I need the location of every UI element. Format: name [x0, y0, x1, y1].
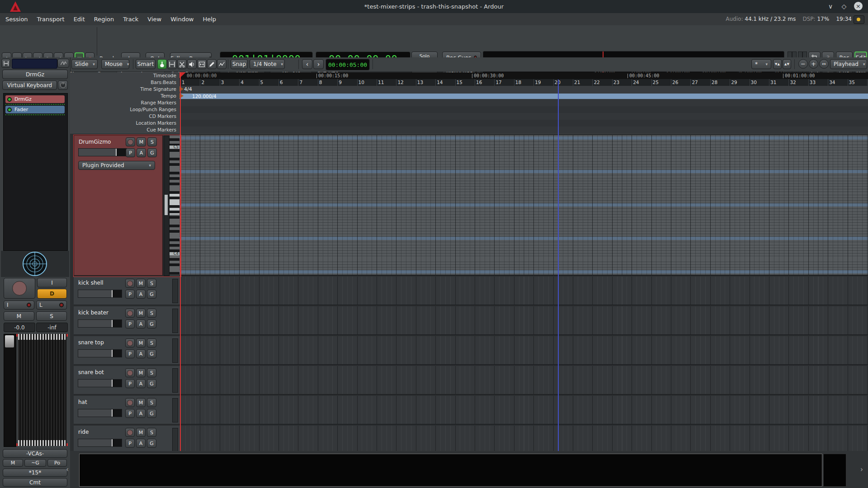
ruler-cd-markers-canvas[interactable] [179, 113, 868, 120]
playlist-button[interactable]: P [125, 439, 135, 448]
mute-button[interactable]: M [136, 398, 146, 407]
track-name[interactable]: snare bot [78, 369, 104, 375]
solo-button[interactable]: S [147, 338, 156, 347]
automation-button[interactable]: A [136, 319, 146, 328]
track-header-drumgizmo[interactable]: DrumGizmo M S P A G Plugin Provided ▾ [74, 135, 163, 276]
mute-button[interactable]: M [136, 309, 146, 318]
ruler-loop-punch-canvas[interactable] [179, 106, 868, 113]
input-button[interactable]: I [4, 300, 34, 310]
ruler-label-tempo[interactable]: Tempo [70, 93, 179, 99]
track-name[interactable]: DrumGizmo [79, 139, 111, 145]
window-close-icon[interactable]: × [854, 2, 863, 10]
gain-display[interactable]: -0.0 [4, 323, 35, 332]
strip-name-button[interactable]: DrmGz [2, 70, 68, 79]
track-gain-fader[interactable] [78, 148, 127, 156]
track-gain-fader[interactable] [78, 379, 122, 387]
automation-button[interactable]: A [136, 349, 146, 358]
automation-button[interactable]: A [136, 409, 146, 418]
record-arm-button[interactable] [125, 309, 135, 318]
track-header-kick-beater[interactable]: kick beaterMSPAG [74, 306, 179, 335]
track-canvas-snare-bot[interactable] [179, 366, 868, 395]
group-button[interactable]: ~G [24, 459, 46, 467]
ruler-label-bars-beats[interactable]: Bars:Beats [70, 79, 179, 86]
track-name[interactable]: kick shell [78, 280, 104, 286]
solo-button[interactable]: S [147, 309, 156, 318]
track-header-snare-bot[interactable]: snare botMSPAG [74, 366, 179, 395]
track-canvas-ride[interactable] [179, 426, 868, 451]
session-summary[interactable] [79, 454, 822, 487]
tool-sequence-button[interactable] [217, 59, 226, 69]
zoom-focus-dropdown[interactable]: Playhead ▾ [830, 59, 867, 69]
mute-button[interactable]: M [137, 137, 146, 146]
track-header-snare-top[interactable]: snare topMSPAG [74, 336, 179, 365]
processor-box[interactable]: DrmGzFader [3, 93, 68, 251]
track-canvas-kick-shell[interactable] [179, 277, 868, 305]
tool-grab-button[interactable] [157, 59, 167, 69]
piano-keyboard-strip[interactable]: C5 C4 [170, 136, 179, 275]
group-button[interactable]: G [147, 439, 156, 448]
track-canvas-hat[interactable] [179, 396, 868, 425]
ruler-label-loop-punch-ranges[interactable]: Loop/Punch Ranges [70, 106, 179, 113]
automation-button[interactable]: A [136, 379, 146, 388]
playlist-button[interactable]: P [125, 349, 135, 358]
vca-assign-button[interactable]: -VCAs- [3, 449, 67, 458]
solo-button[interactable]: S [147, 428, 156, 437]
group-button[interactable]: G [147, 319, 156, 328]
pan-control[interactable] [1, 251, 69, 277]
menu-edit[interactable]: Edit [69, 13, 90, 25]
strip-number-button[interactable]: *15* [3, 469, 67, 477]
mute-button[interactable]: M [136, 338, 146, 347]
error-log-button[interactable] [854, 15, 864, 24]
record-arm-button[interactable] [125, 398, 135, 407]
polarity-button[interactable]: Po [47, 459, 67, 467]
playlist-button[interactable]: P [125, 290, 135, 299]
track-name[interactable]: snare top [78, 339, 104, 346]
ruler-label-cue-markers[interactable]: Cue Markers [70, 127, 179, 133]
shrink-tracks-button[interactable]: ▼▲ [773, 59, 782, 69]
ruler-location-markers-canvas[interactable] [179, 120, 868, 127]
record-enable-button[interactable] [4, 278, 35, 299]
playlist-button[interactable]: P [126, 148, 135, 157]
group-button[interactable]: G [147, 290, 156, 299]
strip-width-button[interactable] [1, 59, 10, 68]
menu-track[interactable]: Track [118, 13, 143, 25]
menu-window[interactable]: Window [166, 13, 198, 25]
comments-button[interactable]: Cmt [3, 478, 67, 487]
menu-session[interactable]: Session [1, 13, 33, 25]
playhead-line[interactable] [180, 72, 181, 451]
group-button[interactable]: G [147, 349, 156, 358]
playlist-button[interactable]: P [125, 319, 135, 328]
nudge-clock[interactable]: 00:00:05:00 [326, 59, 370, 70]
ruler-tempo-canvas[interactable]: 120.000/4 [179, 93, 868, 99]
input-monitor-button[interactable]: I [37, 278, 67, 287]
tool-audition-button[interactable] [187, 59, 197, 69]
marker-visibility-dropdown[interactable]: * ▾ [751, 59, 771, 69]
grid-unit-dropdown[interactable]: 1/4 Note ▾ [250, 59, 285, 69]
metering-button[interactable]: M [3, 459, 23, 467]
track-canvas-snare-top[interactable] [179, 336, 868, 365]
zoom-in-button[interactable]: + [809, 59, 818, 69]
record-arm-button[interactable] [125, 428, 135, 437]
record-arm-button[interactable] [125, 279, 135, 288]
solo-button[interactable]: S [147, 279, 156, 288]
ruler-label-time-signature[interactable]: Time Signature [70, 86, 179, 93]
tool-cut-button[interactable] [177, 59, 187, 69]
track-gain-fader[interactable] [78, 290, 122, 298]
nudge-forward-button[interactable]: › [313, 59, 324, 69]
input-knob-button[interactable] [58, 80, 68, 90]
group-button[interactable]: G [147, 148, 157, 157]
track-name[interactable]: kick beater [78, 310, 108, 316]
zoom-out-button[interactable]: − [798, 59, 808, 69]
metering-point-button[interactable] [57, 59, 69, 68]
track-header-kick-shell[interactable]: kick shellMSPAG [74, 277, 179, 305]
playlist-button[interactable]: P [125, 379, 135, 388]
ruler-label-timecode[interactable]: Timecode [70, 72, 179, 79]
ruler-timecode-canvas[interactable]: 00:00:00:00 00:00:15:0000:00:30:0000:00:… [179, 72, 868, 79]
mouse-mode-dropdown[interactable]: Mouse ▾ [101, 59, 129, 69]
piano-scroomer[interactable] [164, 136, 170, 276]
scroomer-handle[interactable] [165, 195, 168, 215]
automation-button[interactable]: A [136, 290, 146, 299]
track-header-ride[interactable]: rideMSPAG [74, 426, 179, 451]
track-canvas-kick-beater[interactable] [179, 306, 868, 335]
strip-solo-button[interactable]: S [36, 311, 67, 321]
